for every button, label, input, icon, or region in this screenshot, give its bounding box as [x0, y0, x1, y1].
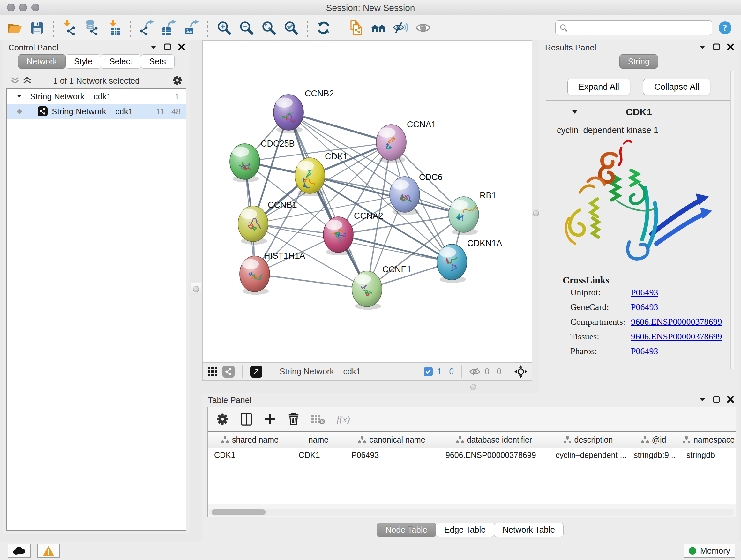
bottom-splitter-handle[interactable] [467, 383, 479, 391]
column-header-canonical-name[interactable]: canonical name [345, 432, 439, 448]
float-panel-icon[interactable] [713, 396, 720, 403]
cell-description[interactable]: cyclin–dependent ... [549, 448, 627, 462]
export-network-icon [139, 20, 154, 36]
graph-node-HIST1H1A[interactable]: HIST1H1A [240, 251, 305, 295]
apply-layout-button[interactable] [315, 18, 333, 37]
import-network-database-button[interactable] [83, 18, 101, 37]
panel-menu-icon[interactable] [699, 45, 706, 49]
expander-icon[interactable] [17, 94, 22, 98]
close-panel-icon[interactable] [727, 396, 734, 403]
network-name: String Network – cdk1 [52, 107, 133, 117]
network-tree: String Network – cdk1 1 String Network –… [6, 88, 186, 531]
crosslink-link[interactable]: 9606.ENSP00000378699 [631, 331, 729, 346]
crosslink-link[interactable]: P06493 [631, 302, 729, 317]
column-header-namespace[interactable]: namespace [680, 432, 738, 448]
detach-view-icon[interactable] [250, 366, 262, 378]
panel-menu-icon[interactable] [150, 45, 157, 49]
network-view-icon[interactable] [222, 366, 234, 378]
network-options-gear-icon[interactable] [172, 75, 183, 85]
table-tabs: Node TableEdge TableNetwork Table [377, 523, 563, 537]
close-panel-icon[interactable] [727, 44, 734, 51]
show-all-button[interactable] [414, 18, 432, 37]
add-column-icon[interactable] [264, 413, 276, 425]
float-panel-icon[interactable] [713, 44, 720, 51]
cell-name[interactable]: CDK1 [292, 448, 345, 462]
collapse-all-button[interactable]: Collapse All [643, 79, 711, 95]
cell-shared-name[interactable]: CDK1 [208, 448, 292, 462]
export-image-button[interactable] [183, 18, 200, 37]
open-session-button[interactable] [6, 18, 23, 37]
import-network-icon [62, 20, 77, 36]
graph-node-CCNE1[interactable]: CCNE1 [352, 265, 412, 310]
crosslink-link[interactable]: P06493 [631, 287, 729, 302]
graph-node-CDK1[interactable]: CDK1 [295, 152, 348, 196]
import-network-file-button[interactable] [61, 18, 78, 37]
panel-menu-icon[interactable] [699, 397, 706, 401]
cloud-status-button[interactable] [8, 544, 30, 558]
grid-view-icon[interactable] [207, 366, 218, 377]
cell-namespace[interactable]: stringdb [680, 448, 738, 462]
results-scrollbar[interactable] [731, 71, 734, 369]
show-columns-icon[interactable] [240, 413, 253, 426]
graph-node-RB1[interactable]: RB1 [449, 191, 496, 235]
tab-style[interactable]: Style [65, 54, 101, 69]
crosslink-link[interactable]: 9606.ENSP00000378699 [631, 317, 729, 331]
table-row[interactable]: CDK1CDK1P064939606.ENSP00000378699cyclin… [208, 448, 736, 462]
tab-node-table[interactable]: Node Table [377, 523, 436, 537]
save-session-button[interactable] [28, 18, 46, 37]
zoom-in-button[interactable] [215, 18, 233, 37]
help-button[interactable]: ? [717, 18, 733, 37]
network-canvas[interactable]: CCNB2CCNA1CDC25BCDK1CDC6RB1CCNB1CCNA2CDK… [202, 40, 532, 363]
zoom-fit-button[interactable] [260, 18, 278, 37]
crosslink-label: GeneCard: [570, 302, 631, 317]
expand-all-button[interactable]: Expand All [567, 79, 630, 95]
column-header-description[interactable]: description [549, 432, 627, 448]
scrollbar-thumb[interactable] [212, 509, 266, 515]
hide-selected-button[interactable] [392, 18, 410, 37]
crosslink-link[interactable]: P06493 [631, 346, 729, 361]
edge-count: 48 [172, 107, 181, 117]
export-network-button[interactable] [138, 18, 156, 37]
table-toolbar: f(x) [208, 407, 736, 431]
column-header--id[interactable]: @id [627, 432, 680, 448]
function-builder-icon[interactable]: f(x) [337, 414, 350, 425]
left-splitter-handle[interactable] [191, 283, 201, 295]
tab-string[interactable]: String [619, 54, 658, 69]
graph-node-CCNB1[interactable]: CCNB1 [238, 200, 297, 245]
first-neighbors-button[interactable] [369, 18, 387, 37]
search-input[interactable] [570, 23, 708, 32]
export-table-button[interactable] [160, 18, 178, 37]
cell-database-identifier[interactable]: 9606.ENSP00000378699 [439, 448, 549, 462]
tab-network[interactable]: Network [18, 54, 65, 69]
control-panel-tabs: NetworkStyleSelectSets [3, 54, 190, 69]
table-options-gear-icon[interactable] [216, 413, 229, 426]
cell-canonical-name[interactable]: P06493 [345, 448, 439, 462]
cell--id[interactable]: stringdb:9... [627, 448, 680, 462]
tab-select[interactable]: Select [100, 54, 141, 69]
column-header-database-identifier[interactable]: database identifier [439, 432, 549, 448]
new-network-from-selection-button[interactable] [347, 18, 365, 37]
column-header-shared-name[interactable]: shared name [208, 432, 292, 448]
column-header-name[interactable]: name [292, 432, 345, 448]
selected-checkbox-icon[interactable] [424, 367, 433, 376]
tab-sets[interactable]: Sets [141, 54, 175, 69]
right-splitter-handle[interactable] [533, 207, 539, 219]
import-table-button[interactable] [105, 18, 123, 37]
float-panel-icon[interactable] [164, 44, 171, 51]
zoom-out-button[interactable] [238, 18, 255, 37]
network-collection-row[interactable]: String Network – cdk1 1 [7, 89, 186, 104]
protein-section: CDK1 cyclin–dependent kinase 1 [546, 104, 732, 365]
graph-node-CDC6[interactable]: CDC6 [390, 172, 443, 215]
birdseye-toggle-icon[interactable] [514, 365, 528, 378]
graph-node-CDKN1A[interactable]: CDKN1A [437, 239, 502, 283]
network-row[interactable]: String Network – cdk1 11 48 [7, 104, 186, 119]
tab-edge-table[interactable]: Edge Table [435, 523, 494, 537]
delete-column-icon[interactable] [287, 413, 300, 426]
warnings-button[interactable] [37, 544, 60, 558]
zoom-selected-button[interactable] [282, 18, 300, 37]
table-horizontal-scrollbar[interactable] [209, 509, 734, 516]
delete-table-icon[interactable] [311, 414, 325, 425]
tab-network-table[interactable]: Network Table [494, 523, 563, 537]
close-panel-icon[interactable] [178, 44, 185, 51]
memory-button[interactable]: Memory [684, 544, 735, 558]
